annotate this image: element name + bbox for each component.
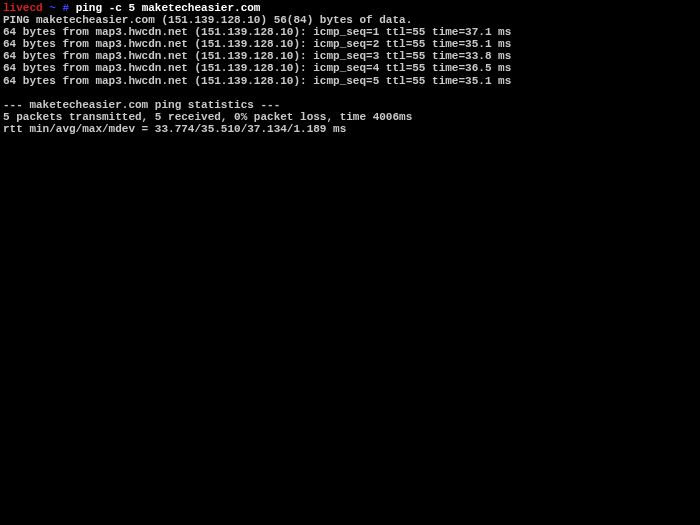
command-text: ping -c 5 maketecheasier.com — [76, 2, 261, 14]
ping-reply: 64 bytes from map3.hwcdn.net (151.139.12… — [3, 62, 697, 74]
blank-line — [3, 87, 697, 99]
ping-reply: 64 bytes from map3.hwcdn.net (151.139.12… — [3, 50, 697, 62]
ping-reply: 64 bytes from map3.hwcdn.net (151.139.12… — [3, 26, 697, 38]
prompt-line[interactable]: livecd ~ # ping -c 5 maketecheasier.com — [3, 2, 697, 14]
stats-header: --- maketecheasier.com ping statistics -… — [3, 99, 697, 111]
prompt-tilde: ~ — [43, 2, 63, 14]
ping-reply: 64 bytes from map3.hwcdn.net (151.139.12… — [3, 75, 697, 87]
ping-header: PING maketecheasier.com (151.139.128.10)… — [3, 14, 697, 26]
stats-rtt: rtt min/avg/max/mdev = 33.774/35.510/37.… — [3, 123, 697, 135]
prompt-hash: # — [62, 2, 75, 14]
ping-reply: 64 bytes from map3.hwcdn.net (151.139.12… — [3, 38, 697, 50]
prompt-host: livecd — [3, 2, 43, 14]
stats-summary: 5 packets transmitted, 5 received, 0% pa… — [3, 111, 697, 123]
